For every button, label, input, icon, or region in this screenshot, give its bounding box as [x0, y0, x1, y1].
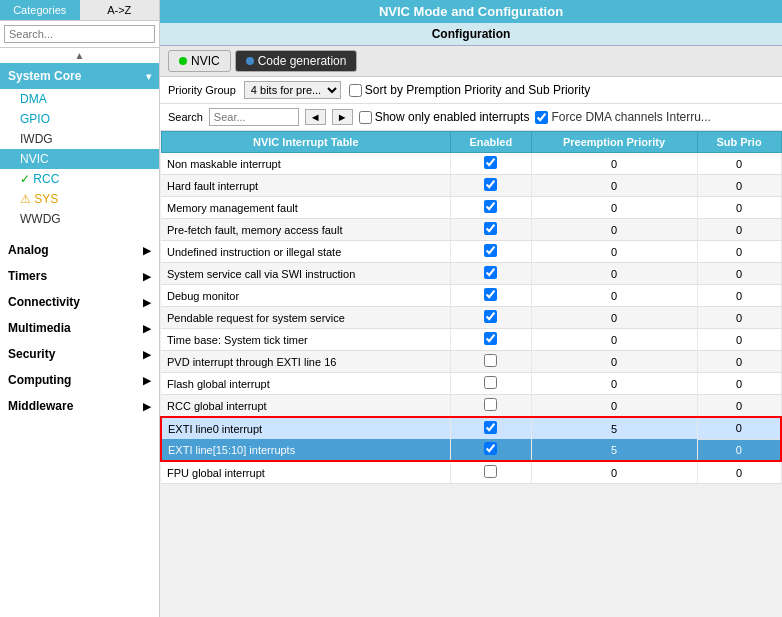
interrupt-enabled-cell [451, 263, 531, 285]
col-header-preemption: Preemption Priority [531, 132, 697, 153]
show-enabled-checkbox[interactable] [359, 111, 372, 124]
interrupt-sub-priority: 0 [697, 417, 781, 439]
chevron-right-icon: ▶ [143, 401, 151, 412]
interrupt-enabled-checkbox[interactable] [484, 376, 497, 389]
sort-checkbox-label: Sort by Premption Priority and Sub Prior… [349, 83, 590, 97]
sidebar-section-label: System Core [8, 69, 81, 83]
table-row: RCC global interrupt00 [161, 395, 781, 418]
sidebar-item-iwdg[interactable]: IWDG [0, 129, 159, 149]
sidebar-section-label: Computing [8, 373, 71, 387]
interrupt-sub-priority: 0 [697, 461, 781, 484]
interrupt-enabled-cell [451, 153, 531, 175]
interrupt-name: PVD interrupt through EXTI line 16 [161, 351, 451, 373]
interrupt-enabled-cell [451, 439, 531, 461]
sys-warn-icon: ⚠ [20, 192, 34, 206]
interrupt-preemption: 0 [531, 263, 697, 285]
interrupt-enabled-checkbox[interactable] [484, 200, 497, 213]
col-header-sub: Sub Prio [697, 132, 781, 153]
search-label: Search [168, 111, 203, 123]
interrupt-enabled-checkbox[interactable] [484, 310, 497, 323]
interrupt-sub-priority: 0 [697, 351, 781, 373]
table-row: Non maskable interrupt00 [161, 153, 781, 175]
search-prev-button[interactable]: ◄ [305, 109, 326, 125]
sidebar-item-connectivity[interactable]: Connectivity ▶ [0, 289, 159, 315]
chevron-down-icon: ▾ [146, 71, 151, 82]
sidebar-item-system-core[interactable]: System Core ▾ [0, 63, 159, 89]
config-bar: Configuration [160, 23, 782, 46]
interrupt-preemption: 0 [531, 153, 697, 175]
sidebar-item-analog[interactable]: Analog ▶ [0, 237, 159, 263]
interrupt-name: Pendable request for system service [161, 307, 451, 329]
sidebar-item-wwdg[interactable]: WWDG [0, 209, 159, 229]
tab-categories[interactable]: Categories [0, 0, 80, 20]
sidebar-section-label: Timers [8, 269, 47, 283]
interrupt-sub-priority: 0 [697, 241, 781, 263]
interrupt-enabled-checkbox[interactable] [484, 222, 497, 235]
sidebar-section-label: Multimedia [8, 321, 71, 335]
sidebar-item-sys[interactable]: ⚠ SYS [0, 189, 159, 209]
interrupt-enabled-checkbox[interactable] [484, 398, 497, 411]
interrupt-enabled-checkbox[interactable] [484, 244, 497, 257]
interrupt-enabled-cell [451, 285, 531, 307]
interrupt-enabled-cell [451, 417, 531, 439]
interrupt-sub-priority: 0 [697, 219, 781, 241]
interrupt-preemption: 0 [531, 241, 697, 263]
interrupt-enabled-cell [451, 373, 531, 395]
interrupt-enabled-cell [451, 329, 531, 351]
sidebar-item-computing[interactable]: Computing ▶ [0, 367, 159, 393]
interrupt-sub-priority: 0 [697, 285, 781, 307]
interrupt-table: NVIC Interrupt Table Enabled Preemption … [160, 131, 782, 484]
priority-group-select[interactable]: 4 bits for pre... [244, 81, 341, 99]
nvic-dot-icon [179, 57, 187, 65]
sidebar-item-multimedia[interactable]: Multimedia ▶ [0, 315, 159, 341]
interrupt-sub-priority: 0 [697, 373, 781, 395]
interrupt-enabled-cell [451, 395, 531, 418]
sidebar-item-rcc[interactable]: ✓ RCC [0, 169, 159, 189]
sidebar-item-nvic[interactable]: NVIC [0, 149, 159, 169]
chevron-right-icon: ▶ [143, 349, 151, 360]
interrupt-enabled-cell [451, 461, 531, 484]
interrupt-enabled-checkbox[interactable] [484, 442, 497, 455]
interrupt-enabled-checkbox[interactable] [484, 178, 497, 191]
table-row: Pre-fetch fault, memory access fault00 [161, 219, 781, 241]
search-next-button[interactable]: ► [332, 109, 353, 125]
sidebar-item-timers[interactable]: Timers ▶ [0, 263, 159, 289]
table-row: Memory management fault00 [161, 197, 781, 219]
interrupt-sub-priority: 0 [697, 329, 781, 351]
sidebar-item-middleware[interactable]: Middleware ▶ [0, 393, 159, 419]
interrupt-enabled-checkbox[interactable] [484, 266, 497, 279]
sidebar-section-label: Connectivity [8, 295, 80, 309]
interrupt-name: RCC global interrupt [161, 395, 451, 418]
interrupt-name: Non maskable interrupt [161, 153, 451, 175]
sidebar-item-dma[interactable]: DMA [0, 89, 159, 109]
page-title: NVIC Mode and Configuration [160, 0, 782, 23]
interrupt-preemption: 0 [531, 461, 697, 484]
search-input[interactable] [209, 108, 299, 126]
interrupt-enabled-checkbox[interactable] [484, 354, 497, 367]
interrupt-enabled-checkbox[interactable] [484, 332, 497, 345]
scroll-up-arrow[interactable]: ▲ [0, 48, 159, 63]
interrupt-preemption: 0 [531, 285, 697, 307]
interrupt-preemption: 0 [531, 219, 697, 241]
interrupt-name: Hard fault interrupt [161, 175, 451, 197]
col-header-enabled: Enabled [451, 132, 531, 153]
force-dma-checkbox[interactable] [535, 111, 548, 124]
interrupt-enabled-checkbox[interactable] [484, 421, 497, 434]
sidebar-section-label: Security [8, 347, 55, 361]
interrupt-name: Flash global interrupt [161, 373, 451, 395]
interrupt-enabled-checkbox[interactable] [484, 156, 497, 169]
sort-checkbox[interactable] [349, 84, 362, 97]
force-dma-text: Force DMA channels Interru... [551, 110, 710, 124]
sidebar-search-input[interactable] [4, 25, 155, 43]
sidebar-item-security[interactable]: Security ▶ [0, 341, 159, 367]
interrupt-enabled-checkbox[interactable] [484, 288, 497, 301]
interrupt-name: EXTI line0 interrupt [161, 417, 451, 439]
sort-label-text: Sort by Premption Priority and Sub Prior… [365, 83, 590, 97]
interrupt-enabled-cell [451, 241, 531, 263]
interrupt-enabled-checkbox[interactable] [484, 465, 497, 478]
tab-az[interactable]: A->Z [80, 0, 160, 20]
sidebar-item-gpio[interactable]: GPIO [0, 109, 159, 129]
tab-code-generation[interactable]: Code generation [235, 50, 358, 72]
tab-nvic[interactable]: NVIC [168, 50, 231, 72]
sidebar-section-label: Analog [8, 243, 49, 257]
